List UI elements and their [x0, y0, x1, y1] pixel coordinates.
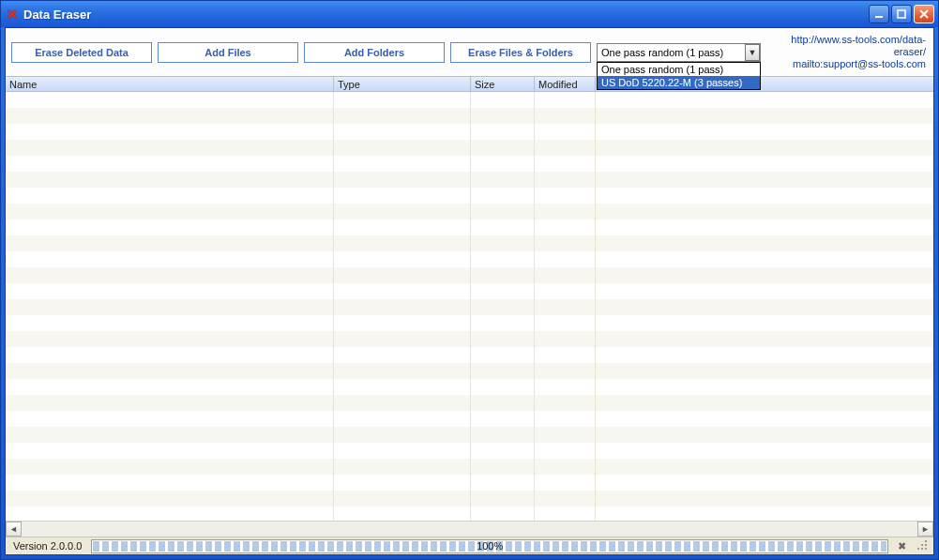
col-header-name[interactable]: Name: [6, 77, 334, 91]
column-headers: Name Type Size Modified: [6, 76, 933, 92]
titlebar[interactable]: ✕ Data Eraser: [1, 1, 938, 27]
mail-link[interactable]: mailto:support@ss-tools.com: [793, 58, 926, 69]
erase-method-dropdown[interactable]: One pass random (1 pass) US DoD 5220.22-…: [597, 62, 761, 90]
maximize-button[interactable]: [891, 5, 912, 23]
add-files-button[interactable]: Add Files: [158, 42, 298, 63]
col-header-modified[interactable]: Modified: [535, 77, 596, 91]
erase-files-folders-button[interactable]: Erase Files & Folders: [450, 42, 591, 63]
column-guides: [6, 92, 933, 521]
links-panel: http://www.ss-tools.com/data-eraser/ mai…: [766, 34, 928, 70]
erase-method-option-0[interactable]: One pass random (1 pass): [598, 63, 760, 76]
erase-method-combo[interactable]: One pass random (1 pass) ▼ One pass rand…: [597, 43, 761, 62]
status-bar: Version 2.0.0.0 100% ✖: [6, 537, 933, 554]
toolbar: Erase Deleted Data Add Files Add Folders…: [6, 28, 933, 76]
progress-bar: 100%: [91, 539, 888, 553]
erase-deleted-button[interactable]: Erase Deleted Data: [11, 42, 152, 63]
client-area: Erase Deleted Data Add Files Add Folders…: [5, 27, 934, 555]
horizontal-scrollbar[interactable]: ◄ ►: [6, 521, 933, 537]
erase-method-selected: One pass random (1 pass): [598, 47, 745, 58]
close-button[interactable]: [914, 5, 934, 23]
window-controls: [869, 5, 934, 23]
col-header-type[interactable]: Type: [334, 77, 471, 91]
version-label: Version 2.0.0.0: [9, 540, 85, 552]
minimize-button[interactable]: [869, 5, 889, 23]
app-icon: ✕: [7, 7, 18, 22]
resize-grip[interactable]: [916, 539, 930, 552]
add-folders-button[interactable]: Add Folders: [304, 42, 445, 63]
scroll-track[interactable]: [22, 522, 917, 537]
window-title: Data Eraser: [23, 8, 869, 22]
cancel-icon[interactable]: ✖: [894, 539, 909, 553]
erase-method-option-1[interactable]: US DoD 5220.22-M (3 passes): [598, 76, 760, 89]
file-list[interactable]: [6, 92, 933, 521]
chevron-down-icon[interactable]: ▼: [745, 44, 760, 61]
scroll-right-button[interactable]: ►: [917, 522, 933, 537]
svg-rect-1: [898, 10, 905, 18]
site-link[interactable]: http://www.ss-tools.com/data-eraser/: [791, 34, 926, 57]
scroll-left-button[interactable]: ◄: [6, 522, 22, 537]
col-header-size[interactable]: Size: [471, 77, 535, 91]
app-window: ✕ Data Eraser Erase Deleted Data Add Fil…: [0, 0, 939, 560]
progress-percent: 100%: [477, 540, 503, 552]
svg-rect-0: [875, 16, 883, 18]
